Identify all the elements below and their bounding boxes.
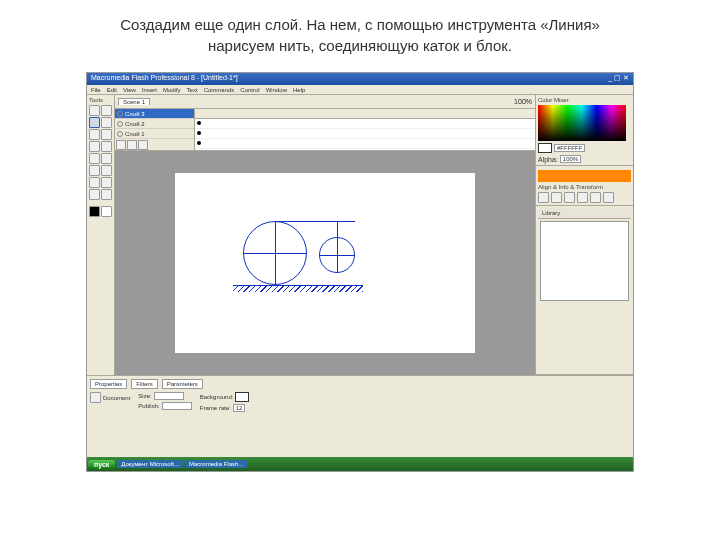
- library-title[interactable]: Library: [538, 208, 631, 219]
- frame-ruler[interactable]: [195, 109, 535, 119]
- properties-panel: Properties Filters Parameters Document S…: [87, 375, 633, 457]
- library-panel: Library: [536, 206, 633, 375]
- zoom-tool-icon[interactable]: [101, 189, 112, 200]
- align-title: Align & Info & Transform: [538, 184, 631, 190]
- thread-line[interactable]: [337, 221, 355, 222]
- pencil-tool-icon[interactable]: [89, 153, 100, 164]
- start-button[interactable]: пуск: [88, 460, 115, 469]
- align-right-icon[interactable]: [564, 192, 575, 203]
- toolbox-panel: Tools: [87, 95, 115, 375]
- caption-line-1: Создадим еще один слой. На нем, с помощь…: [120, 16, 600, 33]
- menu-control[interactable]: Control: [240, 87, 259, 93]
- eraser-tool-icon[interactable]: [101, 177, 112, 188]
- tab-properties[interactable]: Properties: [90, 379, 127, 389]
- menu-text[interactable]: Text: [187, 87, 198, 93]
- thread-line[interactable]: [275, 221, 337, 222]
- align-center-icon[interactable]: [551, 192, 562, 203]
- stage-viewport[interactable]: [115, 151, 535, 375]
- lasso-tool-icon[interactable]: [101, 117, 112, 128]
- drawing-content: [243, 213, 393, 291]
- hand-tool-icon[interactable]: [89, 189, 100, 200]
- menu-insert[interactable]: Insert: [142, 87, 157, 93]
- document-tabs: Scene 1 100%: [115, 95, 535, 109]
- publish-field[interactable]: [162, 402, 192, 410]
- layer-name[interactable]: Слой 1: [125, 131, 145, 137]
- crosshair-icon: [275, 221, 276, 285]
- subselect-tool-icon[interactable]: [101, 105, 112, 116]
- color-mixer-panel: Color Mixer #FFFFFF Alpha: 100%: [536, 95, 633, 166]
- selection-tool-icon[interactable]: [89, 105, 100, 116]
- window-controls[interactable]: _ ▢ ✕: [608, 74, 629, 84]
- menu-modify[interactable]: Modify: [163, 87, 181, 93]
- window-title: Macromedia Flash Professional 8 - [Untit…: [91, 74, 238, 84]
- brush-tool-icon[interactable]: [101, 153, 112, 164]
- fps-field[interactable]: 12: [233, 404, 246, 412]
- taskbar-item[interactable]: Документ Microsoft...: [117, 460, 183, 468]
- thread-line[interactable]: [337, 221, 338, 237]
- align-top-icon[interactable]: [577, 192, 588, 203]
- gradient-preview[interactable]: [538, 170, 631, 182]
- windows-taskbar[interactable]: пуск Документ Microsoft... Macromedia Fl…: [87, 457, 633, 471]
- layer-row[interactable]: Слой 2: [115, 119, 194, 129]
- slide-caption: Создадим еще один слой. На нем, с помощь…: [0, 0, 720, 64]
- taskbar-item[interactable]: Macromedia Flash...: [185, 460, 247, 468]
- ground-hatch: [233, 286, 363, 292]
- right-dock: Color Mixer #FFFFFF Alpha: 100% Align & …: [535, 95, 633, 375]
- color-panel-title: Color Mixer: [538, 97, 631, 103]
- menu-file[interactable]: File: [91, 87, 101, 93]
- size-field[interactable]: [154, 392, 184, 400]
- layer-name[interactable]: Слой 2: [125, 121, 145, 127]
- keyframe-icon[interactable]: [197, 141, 201, 145]
- ink-tool-icon[interactable]: [89, 165, 100, 176]
- rect-tool-icon[interactable]: [101, 141, 112, 152]
- tab-filters[interactable]: Filters: [131, 379, 157, 389]
- bg-label: Background:: [200, 394, 234, 400]
- delete-layer-icon[interactable]: [138, 140, 148, 150]
- menu-help[interactable]: Help: [293, 87, 305, 93]
- pen-tool-icon[interactable]: [89, 129, 100, 140]
- menu-edit[interactable]: Edit: [107, 87, 117, 93]
- fill-color-icon[interactable]: [101, 206, 112, 217]
- align-bottom-icon[interactable]: [603, 192, 614, 203]
- fps-label: Frame rate:: [200, 405, 231, 411]
- align-middle-icon[interactable]: [590, 192, 601, 203]
- add-layer-icon[interactable]: [116, 140, 126, 150]
- library-preview: [540, 221, 629, 301]
- layer-row[interactable]: Слой 1: [115, 129, 194, 139]
- visibility-icon[interactable]: [117, 111, 123, 117]
- bucket-tool-icon[interactable]: [101, 165, 112, 176]
- frames-area[interactable]: [195, 109, 535, 150]
- stroke-color-icon[interactable]: [89, 206, 100, 217]
- tab-parameters[interactable]: Parameters: [162, 379, 203, 389]
- stage-canvas[interactable]: [175, 173, 475, 353]
- zoom-value[interactable]: 100%: [514, 98, 532, 105]
- document-icon: [90, 392, 101, 403]
- titlebar[interactable]: Macromedia Flash Professional 8 - [Untit…: [87, 73, 633, 85]
- menu-window[interactable]: Window: [266, 87, 287, 93]
- color-picker[interactable]: [538, 105, 626, 141]
- flash-app-window: Macromedia Flash Professional 8 - [Untit…: [86, 72, 634, 472]
- doc-label: Document: [103, 395, 130, 401]
- bg-swatch[interactable]: [235, 392, 249, 402]
- keyframe-icon[interactable]: [197, 121, 201, 125]
- menu-commands[interactable]: Commands: [204, 87, 235, 93]
- keyframe-icon[interactable]: [197, 131, 201, 135]
- visibility-icon[interactable]: [117, 131, 123, 137]
- alpha-label: Alpha:: [538, 156, 558, 163]
- layer-row[interactable]: Слой 3: [115, 109, 194, 119]
- layer-name[interactable]: Слой 3: [125, 111, 145, 117]
- visibility-icon[interactable]: [117, 121, 123, 127]
- add-folder-icon[interactable]: [127, 140, 137, 150]
- oval-tool-icon[interactable]: [89, 141, 100, 152]
- hex-field[interactable]: #FFFFFF: [554, 144, 585, 152]
- eyedrop-tool-icon[interactable]: [89, 177, 100, 188]
- current-color-swatch[interactable]: [538, 143, 552, 153]
- scene-tab[interactable]: Scene 1: [118, 98, 150, 105]
- menu-view[interactable]: View: [123, 87, 136, 93]
- align-left-icon[interactable]: [538, 192, 549, 203]
- crosshair-icon: [337, 237, 338, 273]
- menubar[interactable]: File Edit View Insert Modify Text Comman…: [87, 85, 633, 95]
- alpha-field[interactable]: 100%: [560, 155, 581, 163]
- text-tool-icon[interactable]: [101, 129, 112, 140]
- line-tool-icon[interactable]: [89, 117, 100, 128]
